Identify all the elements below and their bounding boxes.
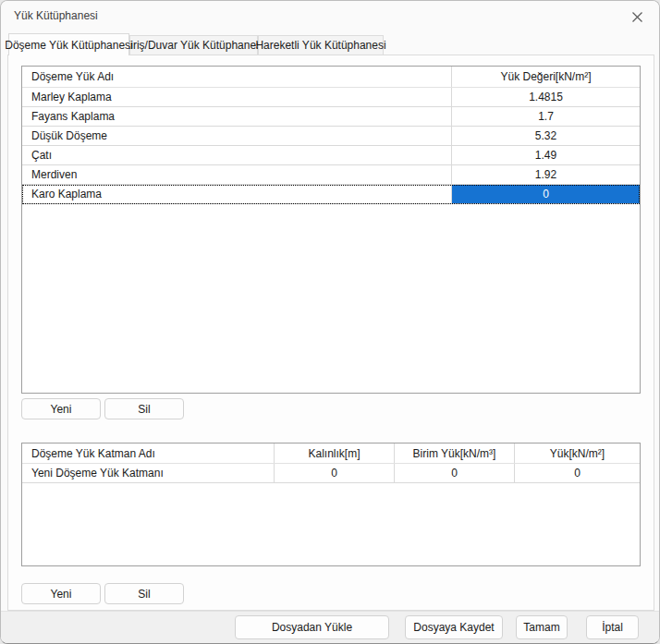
layer-new-button[interactable]: Yeni <box>21 583 101 604</box>
table-row[interactable]: Çatı 1.49 <box>22 146 640 165</box>
slab-name-cell[interactable]: Merdiven <box>22 165 452 184</box>
tab-hareketli-yuk-kutuphanesi[interactable]: Hareketli Yük Kütüphanesi <box>258 35 384 55</box>
layer-load-cell[interactable]: 0 <box>515 464 640 482</box>
table-row[interactable]: Marley Kaplama 1.4815 <box>22 88 640 107</box>
slab-name-cell[interactable]: Fayans Kaplama <box>22 107 452 126</box>
slab-name-cell[interactable]: Karo Kaplama <box>22 185 452 203</box>
slab-value-cell[interactable]: 1.92 <box>452 165 640 184</box>
layer-delete-button[interactable]: Sil <box>104 583 184 604</box>
slab-value-cell-selected[interactable]: 0 <box>452 185 640 203</box>
tab-doseme-yuk-kutuphanesi[interactable]: Döşeme Yük Kütüphanesi <box>8 33 129 55</box>
table-row[interactable]: Düşük Döşeme 5.32 <box>22 127 640 146</box>
tab-kiris-duvar-yuk-kutuphanesi[interactable]: Kiriş/Duvar Yük Kütüphanesi <box>129 35 258 55</box>
save-to-file-button[interactable]: Dosyaya Kaydet <box>405 615 503 639</box>
column-header-yuk-degeri[interactable]: Yük Değeri[kN/m²] <box>452 67 640 87</box>
dialog-footer: Dosyadan Yükle Dosyaya Kaydet Tamam İpta… <box>1 611 660 644</box>
close-button[interactable] <box>622 6 652 28</box>
layer-table-header: Döşeme Yük Katman Adı Kalınlık[m] Birim … <box>22 444 640 464</box>
column-header-kalinlik[interactable]: Kalınlık[m] <box>275 444 395 463</box>
ok-button[interactable]: Tamam <box>516 615 568 639</box>
window-title: Yük Kütüphanesi <box>14 9 98 22</box>
slab-value-cell[interactable]: 1.4815 <box>452 88 640 106</box>
table-row[interactable]: Fayans Kaplama 1.7 <box>22 107 640 127</box>
table-row[interactable]: Merdiven 1.92 <box>22 165 640 185</box>
slab-new-button[interactable]: Yeni <box>21 398 101 419</box>
slab-name-cell[interactable]: Düşük Döşeme <box>22 127 452 145</box>
table-row[interactable]: Yeni Döşeme Yük Katmanı 0 0 0 <box>22 464 640 483</box>
column-header-doseme-yuk-adi[interactable]: Döşeme Yük Adı <box>22 67 452 87</box>
slab-value-cell[interactable]: 1.7 <box>452 107 640 126</box>
slab-value-cell[interactable]: 1.49 <box>452 146 640 164</box>
column-header-birim-yuk[interactable]: Birim Yük[kN/m³] <box>395 444 515 463</box>
slab-delete-button[interactable]: Sil <box>104 398 184 419</box>
close-icon <box>631 11 643 23</box>
table-row-selected[interactable]: Karo Kaplama 0 <box>22 185 640 204</box>
load-library-dialog: Yük Kütüphanesi Döşeme Yük Kütüphanesi K… <box>0 0 660 644</box>
slab-load-table: Döşeme Yük Adı Yük Değeri[kN/m²] Marley … <box>21 66 641 394</box>
layer-unit-load-cell[interactable]: 0 <box>395 464 515 482</box>
slab-value-cell[interactable]: 5.32 <box>452 127 640 145</box>
column-header-katman-adi[interactable]: Döşeme Yük Katman Adı <box>22 444 275 463</box>
cancel-button[interactable]: İptal <box>586 615 639 639</box>
slab-name-cell[interactable]: Marley Kaplama <box>22 88 452 106</box>
layer-name-cell[interactable]: Yeni Döşeme Yük Katmanı <box>22 464 275 482</box>
column-header-yuk[interactable]: Yük[kN/m²] <box>515 444 640 463</box>
layer-thickness-cell[interactable]: 0 <box>275 464 395 482</box>
slab-name-cell[interactable]: Çatı <box>22 146 452 164</box>
slab-table-header: Döşeme Yük Adı Yük Değeri[kN/m²] <box>22 67 640 88</box>
load-from-file-button[interactable]: Dosyadan Yükle <box>235 615 389 639</box>
title-bar: Yük Kütüphanesi <box>1 1 659 32</box>
layer-load-table: Döşeme Yük Katman Adı Kalınlık[m] Birim … <box>21 443 641 566</box>
